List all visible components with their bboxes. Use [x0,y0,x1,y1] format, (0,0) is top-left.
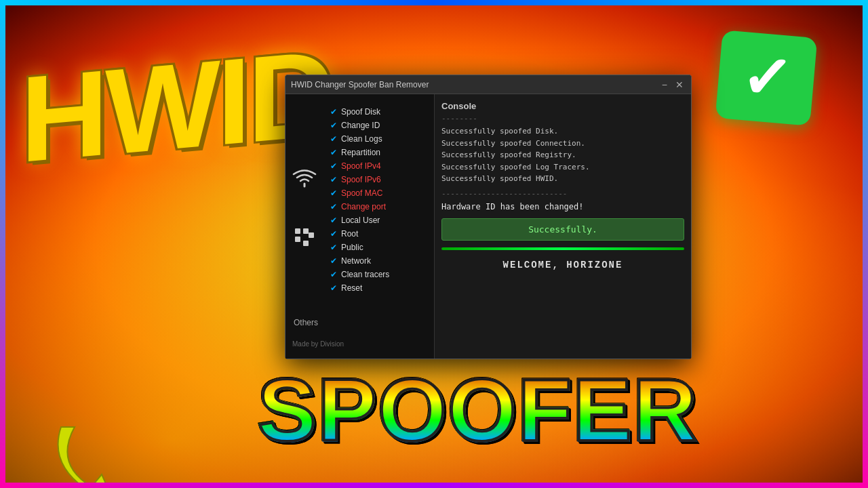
console-line-5: Successfully spoofed HWID. [441,173,684,185]
icon-column [285,100,323,353]
made-by-label: Made by Division [292,340,344,348]
window-body: ✔ Spoof Disk ✔ Change ID ✔ Clean Logs ✔ … [285,94,691,359]
menu-item-spoof-disk[interactable]: ✔ Spoof Disk [323,105,434,119]
svg-rect-1 [303,228,309,234]
menu-item-repartition[interactable]: ✔ Repartition [323,146,434,159]
console-line-2: Successfully spoofed Connection. [441,138,684,150]
console-line-1: Successfully spoofed Disk. [441,125,684,138]
app-window: HWID Changer Spoofer Ban Remover − ✕ [285,75,692,359]
menu-item-reset[interactable]: ✔ Reset [323,281,434,295]
title-bar: HWID Changer Spoofer Ban Remover − ✕ [285,75,691,94]
menu-item-spoof-ipv6[interactable]: ✔ Spoof IPv6 [323,173,434,186]
success-bar: Successfully. [441,218,684,241]
border-right [863,0,868,488]
console-divider1: -------- [441,114,684,123]
checkmark-box [715,30,818,126]
menu-item-local-user[interactable]: ✔ Local User [323,214,434,227]
svg-rect-3 [309,232,314,238]
green-progress-line [441,247,684,250]
console-line-3: Successfully spoofed Registry. [441,149,684,161]
menu-item-spoof-ipv4[interactable]: ✔ Spoof IPv4 [323,159,434,173]
minimize-button[interactable]: − [660,79,669,90]
border-left [0,0,5,488]
left-panel: ✔ Spoof Disk ✔ Change ID ✔ Clean Logs ✔ … [285,94,435,359]
svg-rect-2 [295,237,300,242]
hwid-changed-text: Hardware ID has been changed! [441,202,684,211]
title-bar-controls: − ✕ [660,79,686,90]
menu-items-list: ✔ Spoof Disk ✔ Change ID ✔ Clean Logs ✔ … [323,100,434,353]
grid-icon [294,227,315,253]
menu-item-spoof-mac[interactable]: ✔ Spoof MAC [323,186,434,200]
menu-item-clean-tracers[interactable]: ✔ Clean tracers [323,268,434,281]
console-divider2: ---------------------------- [441,189,684,198]
wifi-icon [292,167,317,193]
svg-rect-4 [303,241,309,246]
menu-item-root[interactable]: ✔ Root [323,227,434,241]
menu-item-clean-logs[interactable]: ✔ Clean Logs [323,132,434,146]
svg-rect-0 [295,228,300,234]
menu-item-change-id[interactable]: ✔ Change ID [323,119,434,132]
close-button[interactable]: ✕ [673,79,686,90]
menu-item-change-port[interactable]: ✔ Change port [323,200,434,214]
menu-item-network[interactable]: ✔ Network [323,254,434,268]
border-bottom [0,483,868,488]
window-title: HWID Changer Spoofer Ban Remover [291,80,429,89]
console-output: Successfully spoofed Disk. Successfully … [441,125,684,185]
console-line-4: Successfully spoofed Log Tracers. [441,161,684,174]
welcome-text: WELCOME, HORIZONE [441,260,684,270]
spoofer-title: SPOOFER [258,359,698,461]
menu-item-public[interactable]: ✔ Public [323,241,434,254]
right-panel: Console -------- Successfully spoofed Di… [435,94,691,359]
others-label: Others [294,318,318,327]
border-top [0,0,868,5]
console-label: Console [441,101,684,111]
